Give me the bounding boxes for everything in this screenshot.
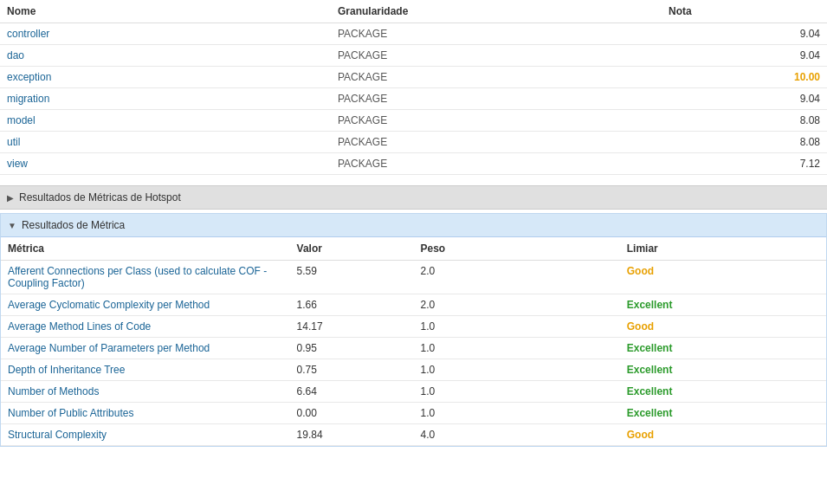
limiar-cell: Good	[620, 424, 826, 446]
table-row: controllerPACKAGE9.04	[0, 23, 827, 45]
limiar-cell: Excellent	[620, 294, 826, 316]
limiar-cell: Excellent	[620, 381, 826, 403]
table-row: Structural Complexity19.844.0Good	[1, 424, 826, 446]
table-row: modelPACKAGE8.08	[0, 110, 827, 132]
metrica-arrow: ▼	[8, 221, 16, 230]
metrica-cell: Afferent Connections per Class (used to …	[1, 261, 290, 294]
metrica-cell: Number of Methods	[1, 381, 290, 403]
metric-link[interactable]: Number of Public Attributes	[8, 407, 133, 419]
valor-cell: 0.75	[290, 359, 414, 381]
peso-cell: 1.0	[413, 381, 619, 403]
metrica-cell: Average Cyclomatic Complexity per Method	[1, 294, 290, 316]
nota-cell: 9.04	[662, 23, 827, 45]
table-row: Average Number of Parameters per Method0…	[1, 338, 826, 359]
nota-cell: 8.08	[662, 132, 827, 153]
packages-table: Nome Granularidade Nota controllerPACKAG…	[0, 0, 827, 175]
peso-cell: 1.0	[413, 403, 619, 424]
limiar-cell: Excellent	[620, 403, 826, 424]
peso-cell: 2.0	[413, 294, 619, 316]
metric-link[interactable]: Afferent Connections per Class (used to …	[8, 265, 267, 289]
header-granularidade: Granularidade	[331, 0, 662, 23]
valor-cell: 0.95	[290, 338, 414, 359]
header-valor: Valor	[290, 237, 414, 261]
granularity-cell: PACKAGE	[331, 88, 662, 110]
hotspot-arrow: ▶	[7, 193, 14, 203]
valor-cell: 0.00	[290, 403, 414, 424]
table-row: Number of Methods6.641.0Excellent	[1, 381, 826, 403]
metric-link[interactable]: Average Cyclomatic Complexity per Method	[8, 299, 210, 311]
table-row: Average Method Lines of Code14.171.0Good	[1, 316, 826, 338]
package-link[interactable]: controller	[7, 28, 49, 40]
peso-cell: 1.0	[413, 316, 619, 338]
valor-cell: 5.59	[290, 261, 414, 294]
valor-cell: 19.84	[290, 424, 414, 446]
peso-cell: 1.0	[413, 359, 619, 381]
limiar-cell: Excellent	[620, 359, 826, 381]
limiar-cell: Good	[620, 261, 826, 294]
metric-link[interactable]: Structural Complexity	[8, 429, 107, 441]
granularity-cell: PACKAGE	[331, 67, 662, 88]
table-row: migrationPACKAGE9.04	[0, 88, 827, 110]
peso-cell: 2.0	[413, 261, 619, 294]
peso-cell: 4.0	[413, 424, 619, 446]
limiar-cell: Good	[620, 316, 826, 338]
limiar-cell: Excellent	[620, 338, 826, 359]
granularity-cell: PACKAGE	[331, 110, 662, 132]
metric-link[interactable]: Depth of Inheritance Tree	[8, 364, 125, 376]
metrica-section-header[interactable]: ▼ Resultados de Métrica	[1, 214, 826, 237]
header-nota: Nota	[662, 0, 827, 23]
package-link[interactable]: model	[7, 114, 36, 126]
metrica-section: ▼ Resultados de Métrica Métrica Valor Pe…	[0, 213, 827, 447]
granularity-cell: PACKAGE	[331, 45, 662, 67]
nota-cell: 10.00	[662, 67, 827, 88]
metrica-cell: Depth of Inheritance Tree	[1, 359, 290, 381]
metrica-label: Resultados de Métrica	[22, 219, 125, 231]
header-metrica: Métrica	[1, 237, 290, 261]
nota-cell: 9.04	[662, 88, 827, 110]
table-row: exceptionPACKAGE10.00	[0, 67, 827, 88]
nota-cell: 9.04	[662, 45, 827, 67]
table-row: Afferent Connections per Class (used to …	[1, 261, 826, 294]
package-link[interactable]: migration	[7, 93, 49, 105]
table-row: Number of Public Attributes0.001.0Excell…	[1, 403, 826, 424]
table-row: daoPACKAGE9.04	[0, 45, 827, 67]
table-row: viewPACKAGE7.12	[0, 153, 827, 175]
package-link[interactable]: exception	[7, 71, 51, 83]
metrics-table: Métrica Valor Peso Limiar Afferent Conne…	[1, 237, 826, 446]
header-nome: Nome	[0, 0, 331, 23]
granularity-cell: PACKAGE	[331, 23, 662, 45]
valor-cell: 1.66	[290, 294, 414, 316]
granularity-cell: PACKAGE	[331, 153, 662, 175]
package-link[interactable]: dao	[7, 49, 24, 61]
valor-cell: 14.17	[290, 316, 414, 338]
granularity-cell: PACKAGE	[331, 132, 662, 153]
header-limiar: Limiar	[620, 237, 826, 261]
peso-cell: 1.0	[413, 338, 619, 359]
metric-link[interactable]: Number of Methods	[8, 385, 99, 397]
metrica-cell: Average Number of Parameters per Method	[1, 338, 290, 359]
table-row: utilPACKAGE8.08	[0, 132, 827, 153]
nota-cell: 8.08	[662, 110, 827, 132]
nota-cell: 7.12	[662, 153, 827, 175]
table-row: Depth of Inheritance Tree0.751.0Excellen…	[1, 359, 826, 381]
hotspot-label: Resultados de Métricas de Hotspot	[19, 191, 181, 204]
header-peso: Peso	[413, 237, 619, 261]
hotspot-section-header[interactable]: ▶ Resultados de Métricas de Hotspot	[0, 185, 827, 210]
metrica-cell: Average Method Lines of Code	[1, 316, 290, 338]
metrica-cell: Number of Public Attributes	[1, 403, 290, 424]
main-container: Nome Granularidade Nota controllerPACKAG…	[0, 0, 827, 447]
metrica-cell: Structural Complexity	[1, 424, 290, 446]
metric-link[interactable]: Average Number of Parameters per Method	[8, 342, 210, 354]
table-row: Average Cyclomatic Complexity per Method…	[1, 294, 826, 316]
metric-link[interactable]: Average Method Lines of Code	[8, 320, 151, 333]
valor-cell: 6.64	[290, 381, 414, 403]
package-link[interactable]: view	[7, 158, 28, 170]
package-link[interactable]: util	[7, 136, 20, 148]
spacer1	[0, 175, 827, 182]
